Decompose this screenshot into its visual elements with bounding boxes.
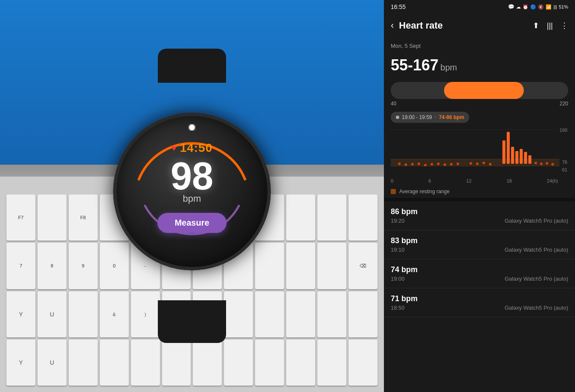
share-button[interactable]: ⬆ xyxy=(533,21,539,30)
svg-point-11 xyxy=(437,163,440,165)
watch-container: ♥ 14:50 98 bpm Measure xyxy=(90,74,294,309)
key-7: 7 xyxy=(6,243,35,289)
svg-point-7 xyxy=(411,163,414,166)
battery-icon: 51% xyxy=(559,4,568,9)
reading-device-1: Galaxy Watch5 Pro (auto) xyxy=(505,218,568,224)
svg-point-12 xyxy=(444,163,446,166)
range-max-label: 220 xyxy=(560,101,568,107)
cloud-icon: ☁ xyxy=(516,4,521,10)
tooltip-bpm: 74-86 bpm xyxy=(439,114,464,120)
bpm-range: 55-167 xyxy=(391,56,439,74)
reading-item-4[interactable]: 71 bpm 18:50 Galaxy Watch5 Pro (auto) xyxy=(384,288,575,317)
svg-point-18 xyxy=(489,163,491,166)
bluetooth-icon: 🔵 xyxy=(530,4,536,10)
chart-button[interactable]: ||| xyxy=(547,21,553,30)
svg-point-16 xyxy=(476,163,479,165)
svg-rect-21 xyxy=(511,147,514,164)
status-bar: 16:55 💬 ☁ ⏰ 🔵 🔇 📶 ||| 51% xyxy=(384,0,575,14)
reading-time-2: 19:10 xyxy=(391,247,405,253)
header-left: ‹ Heart rate xyxy=(391,20,443,31)
key-f7: F7 xyxy=(6,195,35,241)
watch-band-top xyxy=(158,49,226,83)
status-time: 16:55 xyxy=(391,3,406,10)
legend-label: Average resting range xyxy=(399,189,450,195)
reading-time-1: 19:20 xyxy=(391,218,405,224)
key-empty18 xyxy=(317,291,346,337)
key-y2: Y xyxy=(6,340,35,386)
key-empty24 xyxy=(193,340,222,386)
whatsapp-icon: 💬 xyxy=(508,4,514,10)
reading-item-2[interactable]: 83 bpm 19:10 Galaxy Watch5 Pro (auto) xyxy=(384,230,575,259)
range-labels: 40 220 xyxy=(391,101,568,107)
reading-meta-2: 19:10 Galaxy Watch5 Pro (auto) xyxy=(391,247,568,253)
svg-point-6 xyxy=(404,163,407,166)
key-empty27 xyxy=(286,340,315,386)
svg-point-9 xyxy=(424,164,427,166)
wifi-icon: 📶 xyxy=(546,4,552,10)
key-empty22 xyxy=(131,340,160,386)
chart-y-61-label: 61 xyxy=(562,167,567,172)
tooltip-time: 19:00 - 19:59 xyxy=(402,114,432,120)
tooltip-dot xyxy=(396,116,399,119)
svg-point-13 xyxy=(450,163,453,166)
back-button[interactable]: ‹ xyxy=(391,20,394,31)
key-u: U xyxy=(38,291,67,337)
reading-time-4: 18:50 xyxy=(391,305,405,311)
alarm-icon: ⏰ xyxy=(523,4,529,10)
reading-time-3: 19:00 xyxy=(391,276,405,282)
key-8: 8 xyxy=(38,243,67,289)
reading-device-4: Galaxy Watch5 Pro (auto) xyxy=(505,305,568,311)
svg-rect-22 xyxy=(515,151,518,164)
bpm-unit: bpm xyxy=(441,63,457,72)
readings-list: 86 bpm 19:20 Galaxy Watch5 Pro (auto) 83… xyxy=(384,201,575,392)
reading-device-2: Galaxy Watch5 Pro (auto) xyxy=(505,247,568,253)
key-f8 xyxy=(38,195,67,241)
legend: Average resting range xyxy=(384,186,575,198)
key-empty29 xyxy=(348,340,378,386)
mute-icon: 🔇 xyxy=(538,4,544,10)
chart-x-24: 24(h) xyxy=(547,178,558,183)
svg-point-14 xyxy=(456,163,459,165)
chart-x-labels: 0 6 12 18 24(h) xyxy=(391,178,568,183)
bpm-section: 55-167 bpm xyxy=(384,52,575,78)
svg-point-5 xyxy=(398,163,401,165)
watch-photo-panel: F7 F8 F11 7 8 9 0 - ⌫ Y U & ) xyxy=(0,0,384,392)
svg-point-15 xyxy=(470,162,472,165)
svg-rect-23 xyxy=(520,149,523,164)
range-bar-container: 40 220 xyxy=(384,78,575,109)
chart-area: 190 76 61 xyxy=(391,125,568,177)
header-title: Heart rate xyxy=(399,20,443,31)
key-y: Y xyxy=(6,291,35,337)
chart-x-0: 0 xyxy=(391,178,393,183)
svg-point-27 xyxy=(540,163,543,165)
svg-rect-20 xyxy=(507,132,510,164)
divider xyxy=(384,198,575,201)
signal-icon: ||| xyxy=(553,4,557,9)
svg-point-28 xyxy=(546,162,548,165)
svg-rect-25 xyxy=(529,155,531,164)
watch-time: 14:50 xyxy=(180,141,213,155)
chart-svg xyxy=(391,125,568,177)
more-button[interactable]: ⋮ xyxy=(560,21,568,30)
key-empty20 xyxy=(69,340,98,386)
reading-bpm-1: 86 bpm xyxy=(391,207,568,216)
watch-body: ♥ 14:50 98 bpm Measure xyxy=(113,113,271,270)
app-header: ‹ Heart rate ⬆ ||| ⋮ xyxy=(384,14,575,38)
watch-face: ♥ 14:50 98 bpm Measure xyxy=(116,116,267,267)
svg-rect-24 xyxy=(524,152,527,164)
reading-meta-3: 19:00 Galaxy Watch5 Pro (auto) xyxy=(391,276,568,282)
status-icons: 💬 ☁ ⏰ 🔵 🔇 📶 ||| 51% xyxy=(508,4,568,10)
heart-icon: ♥ xyxy=(171,143,177,153)
reading-bpm-2: 83 bpm xyxy=(391,236,568,245)
svg-point-10 xyxy=(430,163,433,166)
reading-device-3: Galaxy Watch5 Pro (auto) xyxy=(505,276,568,282)
date-section: Mon, 5 Sept xyxy=(384,38,575,52)
key-empty26 xyxy=(255,340,284,386)
chart-x-18: 18 xyxy=(507,178,512,183)
reading-item-3[interactable]: 74 bpm 19:00 Galaxy Watch5 Pro (auto) xyxy=(384,259,575,288)
reading-item-1[interactable]: 86 bpm 19:20 Galaxy Watch5 Pro (auto) xyxy=(384,201,575,230)
measure-button[interactable]: Measure xyxy=(157,213,226,233)
key-empty6 xyxy=(348,195,378,241)
phone-app-panel: 16:55 💬 ☁ ⏰ 🔵 🔇 📶 ||| 51% ‹ Heart rate ⬆… xyxy=(384,0,575,392)
key-bksp: ⌫ xyxy=(348,243,378,289)
